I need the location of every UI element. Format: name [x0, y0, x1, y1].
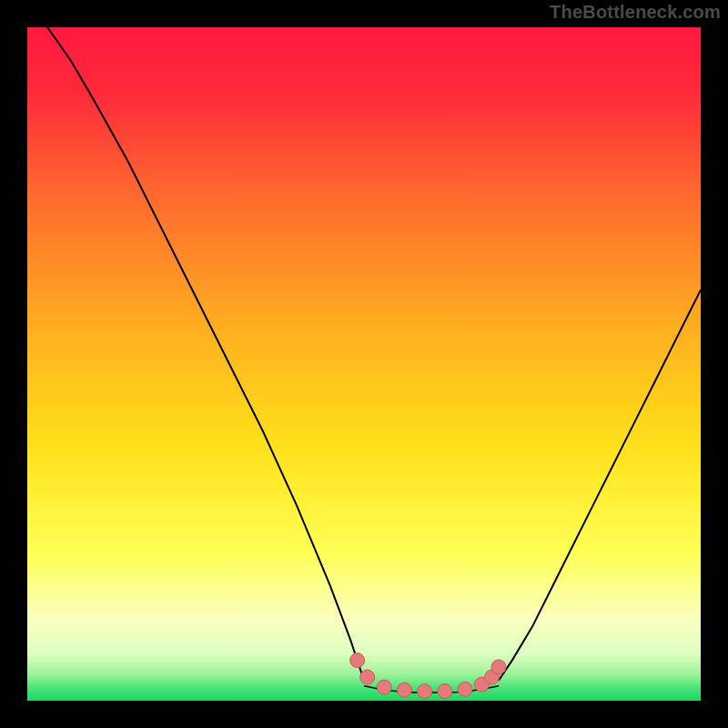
optimal-marker: [377, 680, 391, 694]
chart-frame: TheBottleneck.com: [0, 0, 728, 728]
optimal-marker: [360, 670, 375, 684]
optimal-marker: [350, 653, 365, 668]
curve-layer: [27, 27, 701, 701]
optimal-marker: [491, 660, 506, 674]
curve-right-curve: [499, 290, 701, 681]
plot-area: [27, 27, 701, 701]
curve-left-curve: [27, 27, 364, 681]
watermark-text: TheBottleneck.com: [550, 2, 721, 23]
optimal-marker: [438, 684, 452, 699]
optimal-marker: [418, 684, 432, 699]
optimal-marker: [458, 682, 472, 696]
optimal-marker: [397, 682, 411, 697]
